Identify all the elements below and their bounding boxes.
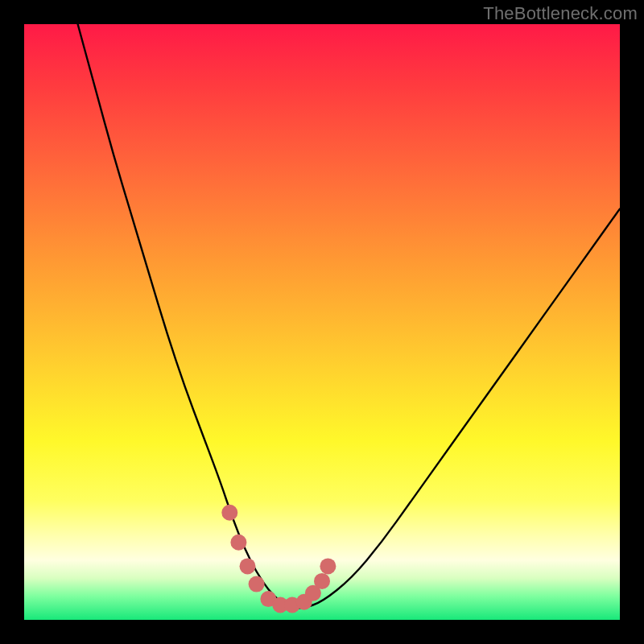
chart-svg (24, 24, 620, 620)
valley-marker (221, 505, 237, 521)
bottleneck-curve (78, 24, 620, 608)
valley-marker (314, 573, 330, 589)
valley-marker (240, 558, 256, 574)
outer-frame: TheBottleneck.com (0, 0, 644, 644)
valley-markers (221, 505, 336, 613)
valley-marker (230, 535, 246, 551)
valley-marker (320, 558, 336, 574)
watermark-text: TheBottleneck.com (483, 3, 638, 24)
plot-area (24, 24, 620, 620)
valley-marker (249, 576, 265, 592)
